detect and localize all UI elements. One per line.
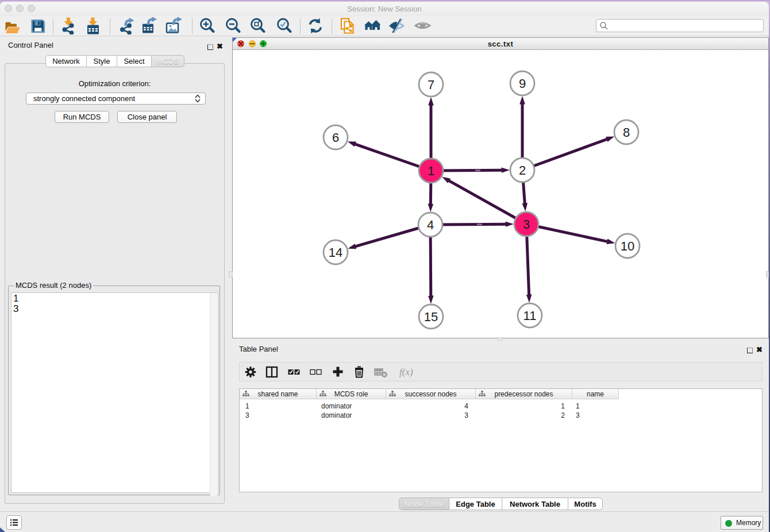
- svg-text:7: 7: [428, 78, 434, 92]
- svg-text:f(x): f(x): [399, 367, 413, 377]
- svg-text:2: 2: [519, 163, 526, 178]
- svg-text:3: 3: [523, 217, 530, 232]
- svg-text:6: 6: [332, 130, 339, 145]
- svg-text:11: 11: [523, 309, 537, 323]
- svg-text:9: 9: [519, 76, 526, 91]
- svg-text:10: 10: [621, 239, 634, 253]
- svg-text:4: 4: [427, 218, 434, 232]
- svg-text:14: 14: [329, 245, 342, 260]
- svg-text:1: 1: [428, 164, 434, 178]
- svg-text:15: 15: [424, 310, 438, 324]
- svg-text:8: 8: [623, 125, 630, 140]
